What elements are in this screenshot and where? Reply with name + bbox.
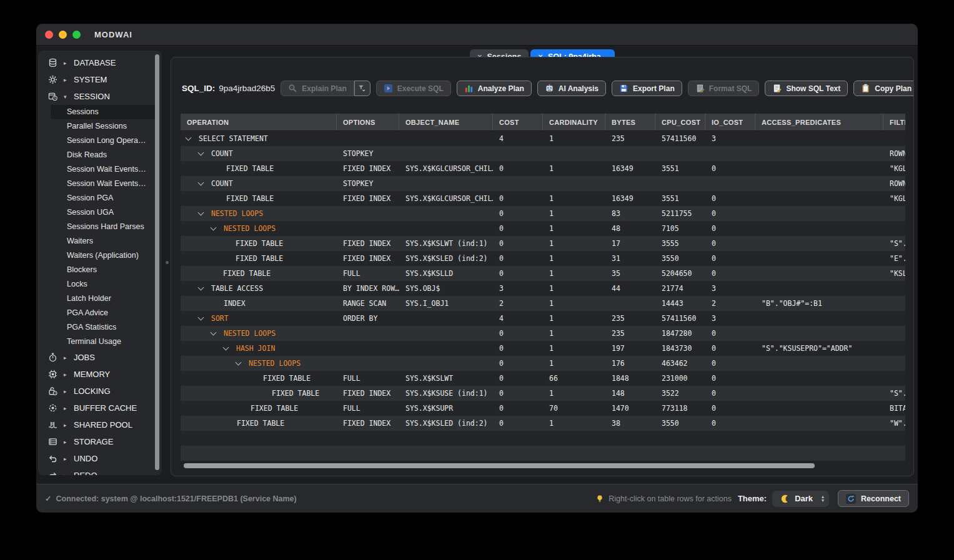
sidebar-item-session-long-opera[interactable]: Session Long Opera…	[38, 134, 162, 148]
column-header-operation[interactable]: OPERATION	[181, 114, 337, 130]
sidebar-section-database[interactable]: ▸DATABASE	[38, 54, 162, 71]
sidebar-item-terminal-usage[interactable]: Terminal Usage	[38, 335, 162, 349]
plan-row-table-access-10[interactable]: TABLE ACCESSBY INDEX ROW…SYS.OBJ$3144217…	[181, 281, 905, 296]
plan-row-sort-12[interactable]: SORTORDER BY41235574115603	[181, 311, 905, 326]
sidebar-item-sessions[interactable]: Sessions	[51, 105, 159, 119]
export-plan-button[interactable]: Export Plan	[612, 81, 682, 96]
copy-plan-button[interactable]: Copy Plan	[853, 81, 914, 96]
sidebar-section-undo[interactable]: ▸UNDO	[38, 450, 162, 467]
cell-cpu_cost: 3551	[655, 191, 705, 206]
expand-chevron-icon[interactable]	[198, 150, 204, 156]
explain-plan-button[interactable]: Explain Plan	[281, 81, 354, 96]
sidebar-item-session-pga[interactable]: Session PGA	[38, 191, 162, 205]
explain-plan-dropdown-button[interactable]	[354, 81, 370, 96]
expand-chevron-icon[interactable]	[236, 360, 242, 366]
sidebar-item-parallel-sessions[interactable]: Parallel Sessions	[38, 119, 162, 134]
sidebar-item-session-wait-events[interactable]: Session Wait Events…	[38, 162, 162, 177]
sidebar-section-shared-pool[interactable]: ▸SHARED POOL	[38, 416, 162, 433]
theme-select[interactable]: Dark ▴▾	[772, 491, 829, 507]
sidebar-item-waiters[interactable]: Waiters	[38, 234, 162, 248]
column-header-filter-predicates[interactable]: FILTER_PREDICATES	[883, 114, 905, 130]
sidebar-section-memory[interactable]: ▸MEMORY	[38, 366, 162, 383]
analyze-plan-button[interactable]: Analyze Plan	[457, 81, 532, 96]
moon-icon	[780, 494, 790, 504]
expand-chevron-icon[interactable]	[211, 225, 217, 231]
sidebar-item-locks[interactable]: Locks	[38, 277, 162, 292]
plan-row-fixed-table-16[interactable]: FIXED TABLEFULLSYS.X$KSLWT06618482310000	[181, 371, 905, 386]
sidebar-item-pga-advice[interactable]: PGA Advice	[38, 306, 162, 320]
column-header-cardinality[interactable]: CARDINALITY	[543, 114, 605, 130]
plan-row-nested-loops-5[interactable]: NESTED LOOPS018352117550	[181, 206, 905, 221]
plan-row-index-11[interactable]: INDEXRANGE SCANSYS.I_OBJ121144432"B"."OB…	[181, 296, 905, 311]
column-header-io-cost[interactable]: IO_COST	[705, 114, 755, 130]
minimize-window-button[interactable]	[59, 31, 67, 39]
plan-row-fixed-table-17[interactable]: FIXED TABLEFIXED INDEXSYS.X$KSUSE (ind:1…	[181, 386, 905, 401]
sidebar-item-sessions-hard-parses[interactable]: Sessions Hard Parses	[38, 220, 162, 234]
plan-row-nested-loops-6[interactable]: NESTED LOOPS014871050	[181, 221, 905, 236]
plan-row-count-3[interactable]: COUNTSTOPKEYROWNUM	[181, 176, 905, 191]
sidebar-section-locking[interactable]: ▸LOCKING	[38, 383, 162, 400]
sidebar-item-session-uga[interactable]: Session UGA	[38, 205, 162, 220]
cell-cost: 0	[493, 266, 543, 281]
plan-row-hash-join-14[interactable]: HASH JOIN0119718437300"S"."KSUSEPRO"="AD…	[181, 341, 905, 356]
sidebar-section-system[interactable]: ▸SYSTEM	[38, 71, 162, 88]
splitter-handle[interactable]	[166, 261, 169, 264]
column-header-cost[interactable]: COST	[493, 114, 543, 130]
plan-row-fixed-table-19[interactable]: FIXED TABLEFIXED INDEXSYS.X$KSLED (ind:2…	[181, 416, 905, 431]
reconnect-button[interactable]: Reconnect	[838, 490, 909, 507]
cell-cardinality: 1	[543, 356, 605, 371]
plan-row-nested-loops-15[interactable]: NESTED LOOPS011764634620	[181, 356, 905, 371]
expand-chevron-icon[interactable]	[198, 315, 204, 321]
show-sql-text-button[interactable]: Show SQL Text	[765, 81, 848, 96]
sidebar-item-blockers[interactable]: Blockers	[38, 263, 162, 277]
horizontal-scrollbar-thumb[interactable]	[184, 463, 815, 468]
format-sql-button[interactable]: Format SQL	[688, 81, 760, 96]
cell-bytes: 148	[605, 386, 655, 401]
cell-io_cost: 0	[705, 326, 755, 341]
expand-chevron-icon[interactable]	[198, 285, 204, 291]
column-header-object-name[interactable]: OBJECT_NAME	[399, 114, 493, 130]
cell-operation: FIXED TABLE	[181, 416, 337, 431]
cell-cpu_cost: 463462	[655, 356, 705, 371]
cell-bytes: 16349	[605, 161, 655, 176]
plan-row-fixed-table-9[interactable]: FIXED TABLEFULLSYS.X$KSLLD013552046500"K…	[181, 266, 905, 281]
sidebar-section-storage[interactable]: ▸STORAGE	[38, 433, 162, 450]
plan-row-select-statement-0[interactable]: SELECT STATEMENT41235574115603	[181, 131, 905, 146]
cell-object_name: SYS.X$KSLLD	[399, 266, 493, 281]
sidebar-section-jobs[interactable]: ▸JOBS	[38, 349, 162, 366]
plan-row-nested-loops-13[interactable]: NESTED LOOPS0123518472800	[181, 326, 905, 341]
close-window-button[interactable]	[45, 31, 53, 39]
cell-cost: 0	[493, 251, 543, 266]
ai-analysis-button[interactable]: AI Analysis	[537, 81, 606, 96]
sidebar-item-disk-reads[interactable]: Disk Reads	[38, 148, 162, 162]
expand-chevron-icon[interactable]	[211, 330, 217, 336]
maximize-window-button[interactable]	[72, 31, 81, 39]
cell-options: FULL	[337, 371, 399, 386]
sidebar-scrollbar[interactable]	[155, 54, 159, 470]
plan-row-fixed-table-7[interactable]: FIXED TABLEFIXED INDEXSYS.X$KSLWT (ind:1…	[181, 236, 905, 251]
sidebar-section-buffer-cache[interactable]: ▸BUFFER CACHE	[38, 400, 162, 416]
operation-text: TABLE ACCESS	[211, 284, 263, 293]
plan-row-fixed-table-4[interactable]: FIXED TABLEFIXED INDEXSYS.X$KGLCURSOR_CH…	[181, 191, 905, 206]
plan-row-count-1[interactable]: COUNTSTOPKEYROWNUM	[181, 146, 905, 161]
column-header-cpu-cost[interactable]: CPU_COST	[655, 114, 705, 130]
expand-chevron-icon[interactable]	[198, 210, 204, 216]
plan-row-fixed-table-8[interactable]: FIXED TABLEFIXED INDEXSYS.X$KSLED (ind:2…	[181, 251, 905, 266]
plan-row-fixed-table-2[interactable]: FIXED TABLEFIXED INDEXSYS.X$KGLCURSOR_CH…	[181, 161, 905, 176]
status-bar: ✓Connected: system @ localhost:1521/FREE…	[36, 484, 918, 513]
expand-chevron-icon[interactable]	[198, 180, 204, 186]
sidebar-item-latch-holder[interactable]: Latch Holder	[38, 292, 162, 306]
execute-sql-button[interactable]: Execute SQL	[376, 81, 451, 96]
sidebar-item-waiters-application[interactable]: Waiters (Application)	[38, 248, 162, 263]
sidebar-section-redo[interactable]: ▸REDO	[38, 467, 162, 475]
sidebar-item-pga-statistics[interactable]: PGA Statistics	[38, 320, 162, 335]
column-header-access-predicates[interactable]: ACCESS_PREDICATES	[755, 114, 883, 130]
column-header-options[interactable]: OPTIONS	[337, 114, 399, 130]
plan-row-fixed-table-18[interactable]: FIXED TABLEFULLSYS.X$KSUPR07014707731180…	[181, 401, 905, 416]
expand-chevron-icon[interactable]	[223, 345, 229, 351]
chevron-right-icon: ▸	[64, 77, 71, 83]
expand-chevron-icon[interactable]	[186, 135, 192, 141]
sidebar-section-session[interactable]: ▾SESSION	[38, 88, 162, 105]
column-header-bytes[interactable]: BYTES	[605, 114, 655, 130]
sidebar-item-session-wait-events[interactable]: Session Wait Events…	[38, 177, 162, 191]
